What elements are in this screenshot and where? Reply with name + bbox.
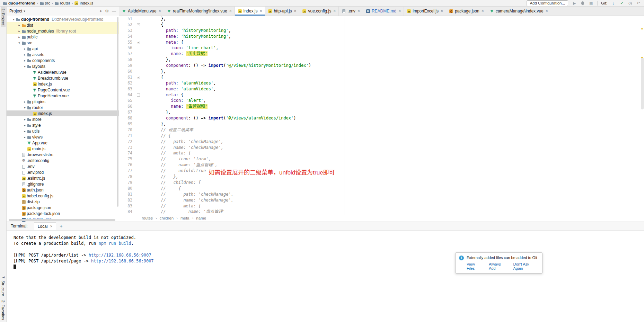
tree-item-package-json[interactable]: package.json <box>7 205 119 211</box>
tree-item-package-lock-json[interactable]: package-lock.json <box>7 211 119 216</box>
error-stripe-mark[interactable] <box>641 28 643 29</box>
tree-item-gitignore[interactable]: .gitignore <box>7 181 119 187</box>
add-configuration-button[interactable]: Add Configuration... <box>527 0 568 6</box>
chevron-right-icon[interactable]: ▸ <box>17 35 21 39</box>
chevron-down-icon[interactable]: ▾ <box>17 41 21 45</box>
tree-item-duoji-frontend[interactable]: ▾duoji-frontendD:\zheheWeb\duoji-fronten… <box>7 16 119 22</box>
chevron-right-icon[interactable]: ▸ <box>23 53 27 56</box>
breadcrumb-item-index-js[interactable]: index.js <box>74 1 93 5</box>
terminal-output[interactable]: Note that the development build is not o… <box>7 231 644 322</box>
tree-item-pagecontent-vue[interactable]: PageContent.vue <box>7 87 119 93</box>
tree-item-node-modules[interactable]: ▸node_moduleslibrary root <box>7 28 119 34</box>
tab-index-js[interactable]: index.js× <box>235 7 265 16</box>
run-icon[interactable]: ▶ <box>572 0 577 6</box>
tree-item-layouts[interactable]: ▾layouts <box>7 63 119 69</box>
tree-item-store[interactable]: ▸store <box>7 116 119 122</box>
close-icon[interactable]: × <box>398 9 401 13</box>
notification-action-view-files[interactable]: View Files <box>467 262 483 270</box>
git-commit-icon[interactable]: ✓ <box>619 0 625 6</box>
tree-item-plugins[interactable]: ▸plugins <box>7 99 119 105</box>
editor-breadcrumb-routes[interactable]: routes <box>142 216 153 220</box>
tab-package-json[interactable]: package.json× <box>446 7 487 16</box>
tab-cameramanage-index-vue[interactable]: cameraManage\index.vue× <box>487 7 551 16</box>
tree-item-main-js[interactable]: main.js <box>7 146 119 152</box>
tree-item-eslintrc-js[interactable]: .eslintrc.js <box>7 175 119 181</box>
chevron-right-icon[interactable]: ▸ <box>23 129 27 133</box>
tree-item-dist-zip[interactable]: dist.zip <box>7 199 119 205</box>
tree-item-components[interactable]: ▸components <box>7 57 119 63</box>
error-stripe-mark[interactable] <box>641 57 643 58</box>
chevron-right-icon[interactable]: ▸ <box>17 29 21 33</box>
chevron-down-icon[interactable]: ▾ <box>23 65 27 68</box>
terminal-tab-local[interactable]: Local × <box>34 222 56 230</box>
chevron-right-icon[interactable]: ▸ <box>23 47 27 51</box>
tree-item-app-vue[interactable]: App.vue <box>7 140 119 146</box>
tree-item-index-js[interactable]: index.js <box>7 110 119 116</box>
hide-panel-icon[interactable]: — <box>112 9 116 14</box>
terminal-link[interactable]: http://192.168.66.56:9007 <box>89 253 151 258</box>
fold-collapse-icon[interactable]: − <box>137 41 140 44</box>
tree-item-index-js[interactable]: index.js <box>7 81 119 87</box>
tool-window-structure-button[interactable]: 7: Structure <box>1 274 6 298</box>
tab-env[interactable]: .env× <box>339 7 363 16</box>
close-icon[interactable]: × <box>358 9 360 13</box>
project-scrollbar-vertical[interactable] <box>117 17 118 207</box>
tree-item-editorconfig[interactable]: .editorconfig <box>7 158 119 163</box>
close-icon[interactable]: × <box>482 9 484 13</box>
close-icon[interactable]: × <box>546 9 548 13</box>
tab-asidemenu-vue[interactable]: AsideMenu.vue× <box>119 7 164 16</box>
chevron-down-icon[interactable]: ▾ <box>11 18 16 21</box>
coverage-icon[interactable]: ▦ <box>588 0 594 6</box>
tab-readme-md[interactable]: README.md× <box>363 7 404 16</box>
editor-breadcrumb-name[interactable]: name <box>196 216 206 220</box>
tree-item-utils[interactable]: ▸utils <box>7 128 119 134</box>
tree-item-auth-json[interactable]: auth.json <box>7 187 119 193</box>
notification-action-don-t-ask-again[interactable]: Don't Ask Again <box>513 262 539 270</box>
tree-item-pageheader-vue[interactable]: PageHeader.vue <box>7 93 119 99</box>
chevron-right-icon[interactable]: ▸ <box>17 24 21 27</box>
close-icon[interactable]: × <box>441 9 443 13</box>
fold-collapse-icon[interactable]: − <box>137 76 140 79</box>
tree-item-env-prod[interactable]: .env.prod <box>7 169 119 175</box>
tool-window-favorites-button[interactable]: 2: Favorites <box>1 298 6 322</box>
breadcrumb-item-src[interactable]: src <box>39 1 50 5</box>
chevron-right-icon[interactable]: ▸ <box>23 59 27 62</box>
tree-item-browserslistrc[interactable]: .browserslistrc <box>7 152 119 158</box>
chevron-right-icon[interactable]: ▸ <box>23 135 27 139</box>
editor-scrollbar[interactable] <box>641 57 644 109</box>
chevron-right-icon[interactable]: ▸ <box>23 124 27 127</box>
editor-breadcrumb-children[interactable]: children <box>160 216 174 220</box>
project-view-selector[interactable]: Project ▾ <box>9 9 25 14</box>
tree-item-style[interactable]: ▸style <box>7 122 119 128</box>
tab-vue-config-js[interactable]: vue.config.js× <box>299 7 339 16</box>
terminal-link[interactable]: http://192.168.66.56:9007 <box>91 259 154 263</box>
close-icon[interactable]: × <box>333 9 336 13</box>
gear-icon[interactable]: ⚙ <box>105 9 109 14</box>
git-update-icon[interactable]: ↓ <box>611 0 616 6</box>
tool-window-project-button[interactable]: 1: Project <box>1 7 6 27</box>
tree-item-asidemenu-vue[interactable]: AsideMenu.vue <box>7 69 119 75</box>
project-scrollbar-horizontal[interactable] <box>9 219 115 221</box>
tree-item-dist[interactable]: ▸dist <box>7 22 119 28</box>
tree-item-router[interactable]: ▾router <box>7 105 119 110</box>
tree-item-views[interactable]: ▸views <box>7 134 119 140</box>
close-icon[interactable]: × <box>159 9 161 13</box>
tree-item-env[interactable]: .env <box>7 163 119 169</box>
tab-importexcel-js[interactable]: importExcel.js× <box>404 7 446 16</box>
history-icon[interactable]: ◷ <box>627 0 633 6</box>
code-editor[interactable]: 51 },52− {53 path: 'historyMonitoring',5… <box>119 16 644 215</box>
close-icon[interactable]: × <box>50 224 52 229</box>
notification-action-always-add[interactable]: Always Add <box>489 262 508 270</box>
chevron-right-icon[interactable]: ▸ <box>23 118 27 121</box>
fold-collapse-icon[interactable]: − <box>137 23 140 26</box>
tab-realtimemonitoring-index-vue[interactable]: realTimeMonitoring\index.vue× <box>164 7 235 16</box>
close-icon[interactable]: × <box>229 9 232 13</box>
breadcrumb-item-duoji-frontend[interactable]: duoji-frontend <box>3 1 35 5</box>
tree-item-src[interactable]: ▾src <box>7 40 119 46</box>
tree-item-public[interactable]: ▸public <box>7 34 119 40</box>
chevron-down-icon[interactable]: ▾ <box>23 106 27 109</box>
tree-item-breadcrumb-vue[interactable]: Breadcrumb.vue <box>7 75 119 81</box>
tree-item-babel-config-js[interactable]: babel.config.js <box>7 193 119 199</box>
tree-item-api[interactable]: ▸api <box>7 46 119 52</box>
tab-http-api-js[interactable]: http-api.js× <box>265 7 299 16</box>
